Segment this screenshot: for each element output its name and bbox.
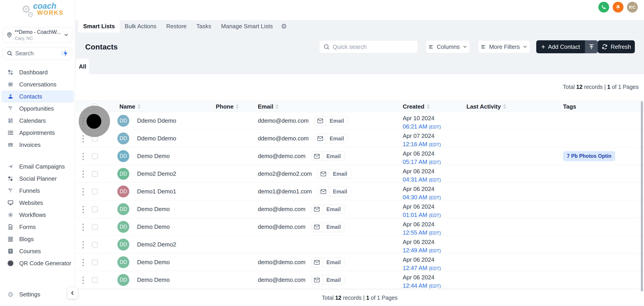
invoices-icon — [7, 141, 14, 148]
sidebar-item-qr-code-generator[interactable]: QR Code Generator — [1, 257, 74, 269]
tab-restore[interactable]: Restore — [161, 20, 192, 33]
vertical-scrollbar[interactable] — [641, 101, 643, 291]
tab-tasks[interactable]: Tasks — [192, 20, 216, 33]
row-checkbox[interactable] — [92, 171, 98, 177]
contact-name[interactable]: Ddemo Ddemo — [137, 130, 176, 147]
sidebar-item-websites[interactable]: Websites — [1, 197, 74, 209]
contact-name[interactable]: Demo Demo — [137, 253, 170, 271]
search-icon — [323, 44, 330, 50]
row-menu-kebab-icon[interactable] — [82, 223, 85, 232]
quick-search[interactable] — [319, 40, 418, 53]
envelope-icon — [312, 205, 323, 214]
contact-name[interactable]: Demo2 Demo2 — [137, 165, 176, 183]
row-menu-kebab-icon[interactable] — [82, 240, 85, 249]
avatar: DD — [118, 274, 129, 286]
email-button[interactable]: Email — [311, 205, 345, 214]
tag-chip[interactable]: 7 Pb Photos Optin — [563, 151, 615, 161]
sort-icon[interactable] — [236, 104, 239, 109]
sidebar-item-blogs[interactable]: Blogs — [1, 233, 74, 245]
sort-icon[interactable] — [276, 104, 278, 109]
contact-name[interactable]: Demo Demo — [137, 218, 170, 236]
user-avatar[interactable]: KC — [627, 2, 638, 13]
contact-name[interactable]: Demo Demo — [137, 200, 170, 218]
row-menu-kebab-icon[interactable] — [82, 170, 85, 179]
sort-icon[interactable] — [138, 104, 141, 109]
contact-name[interactable]: Demo Demo — [137, 147, 170, 165]
contact-name[interactable]: Demo1 Demo1 — [137, 183, 176, 200]
sidebar-item-workflows[interactable]: Workflows — [1, 209, 74, 221]
sidebar-item-calendars[interactable]: Calendars — [1, 115, 74, 127]
sidebar-item-label: Social Planner — [19, 175, 57, 182]
email-button[interactable]: Email — [314, 134, 348, 143]
sidebar-item-settings[interactable]: ⚙ Settings — [1, 288, 57, 300]
sidebar-item-label: Invoices — [19, 141, 40, 148]
contact-name[interactable]: Demo2 Demo2 — [137, 236, 176, 253]
email-button[interactable]: Email — [318, 187, 351, 196]
email-button[interactable]: Email — [311, 222, 345, 232]
columns-button[interactable]: Columns — [426, 40, 470, 53]
refresh-button[interactable]: Refresh — [598, 40, 635, 53]
tab-bulk-actions[interactable]: Bulk Actions — [120, 20, 162, 33]
sidebar-search-input[interactable] — [15, 50, 58, 57]
sort-icon[interactable] — [503, 104, 506, 109]
email-button[interactable]: Email — [311, 152, 345, 161]
import-contacts-button[interactable] — [585, 40, 598, 53]
notifications-button[interactable] — [613, 2, 624, 13]
sidebar-item-courses[interactable]: Courses — [1, 245, 74, 257]
row-checkbox[interactable] — [92, 206, 98, 212]
location-name: **Demo - CoachW... — [15, 29, 64, 35]
conversations-icon — [7, 81, 14, 88]
sidebar-item-forms[interactable]: Forms — [1, 221, 74, 233]
contact-name[interactable]: Ddemo Ddemo — [137, 112, 176, 130]
email-button[interactable]: Email — [311, 258, 345, 267]
sidebar-item-label: Contacts — [19, 93, 42, 100]
sidebar-item-label: Websites — [19, 199, 43, 206]
sidebar-item-dashboard[interactable]: Dashboard — [1, 66, 74, 78]
all-tab-label: All — [79, 63, 86, 70]
avatar: DD — [118, 256, 129, 268]
sidebar-item-appointments[interactable]: Appointments — [1, 127, 74, 139]
sort-icon[interactable] — [427, 104, 430, 109]
row-checkbox[interactable] — [92, 224, 98, 230]
row-menu-kebab-icon[interactable] — [82, 134, 85, 143]
sidebar-item-conversations[interactable]: Conversations — [1, 78, 74, 90]
smart-list-tab-all[interactable]: All — [76, 59, 89, 74]
tab-manage-smart-lists[interactable]: Manage Smart Lists — [216, 20, 278, 33]
row-menu-kebab-icon[interactable] — [82, 152, 85, 161]
column-header-email[interactable]: Email — [258, 101, 278, 112]
column-header-last-activity[interactable]: Last Activity — [466, 101, 506, 112]
sidebar-item-social-planner[interactable]: Social Planner — [1, 173, 74, 185]
location-switcher[interactable]: **Demo - CoachW... Cary, NC — [3, 27, 72, 43]
sidebar-collapse-button[interactable] — [67, 287, 78, 299]
smart-lists-settings-gear-icon[interactable]: ⚙ — [278, 20, 290, 33]
column-header-phone[interactable]: Phone — [216, 101, 239, 112]
row-checkbox[interactable] — [92, 153, 98, 159]
quick-search-input[interactable] — [333, 44, 414, 50]
column-header-created[interactable]: Created — [403, 101, 430, 112]
row-checkbox[interactable] — [92, 259, 98, 265]
column-header-name[interactable]: Name — [120, 101, 141, 112]
row-menu-kebab-icon[interactable] — [82, 276, 85, 285]
add-contact-button[interactable]: + Add Contact — [536, 40, 585, 53]
phone-button[interactable] — [598, 2, 609, 13]
sidebar-item-contacts[interactable]: Contacts — [1, 90, 74, 103]
contact-name[interactable]: Demo Demo — [137, 271, 170, 289]
row-checkbox[interactable] — [92, 189, 98, 194]
row-checkbox[interactable] — [92, 242, 98, 247]
tab-smart-lists[interactable]: Smart Lists — [78, 20, 120, 33]
row-menu-kebab-icon[interactable] — [82, 205, 85, 214]
sidebar-search[interactable] — [3, 47, 72, 60]
email-button[interactable]: Email — [318, 169, 351, 179]
email-button[interactable]: Email — [311, 275, 345, 285]
sidebar-item-invoices[interactable]: Invoices — [1, 139, 74, 151]
row-checkbox[interactable] — [92, 277, 98, 283]
column-header-tags[interactable]: Tags — [563, 101, 576, 112]
row-menu-kebab-icon[interactable] — [82, 258, 85, 267]
sidebar-item-opportunities[interactable]: Opportunities — [1, 103, 74, 115]
row-menu-kebab-icon[interactable] — [82, 187, 85, 196]
quick-actions-bolt-icon[interactable] — [61, 50, 68, 57]
sidebar-item-funnels[interactable]: Funnels — [1, 185, 74, 197]
more-filters-button[interactable]: More Filters — [478, 40, 530, 53]
email-button[interactable]: Email — [314, 116, 348, 126]
sidebar-item-email-campaigns[interactable]: Email Campaigns — [1, 160, 74, 173]
